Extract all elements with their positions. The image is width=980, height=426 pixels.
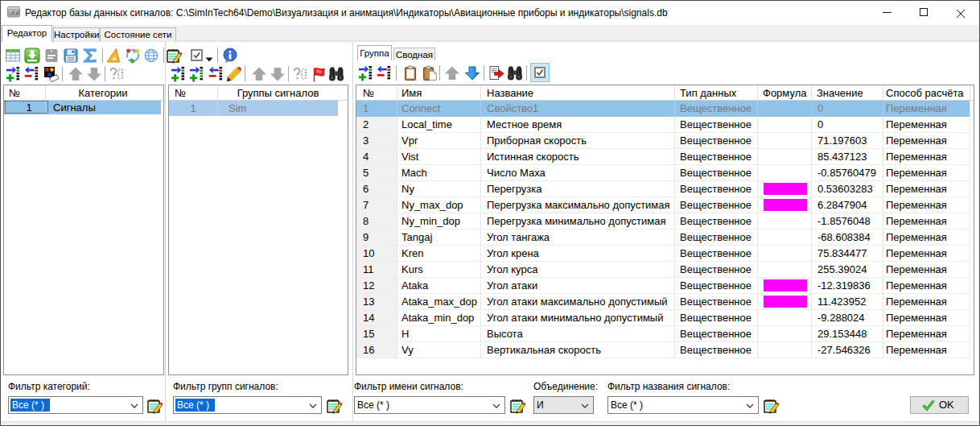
svg-text:A: A: [10, 10, 14, 15]
svg-text:B: B: [15, 10, 19, 15]
